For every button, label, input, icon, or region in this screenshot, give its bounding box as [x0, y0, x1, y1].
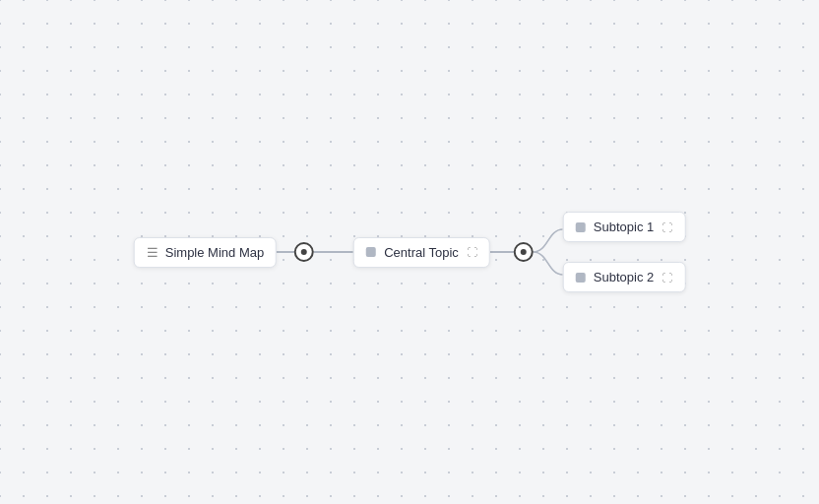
subtopic1-expand-icon[interactable]: ⛶: [662, 221, 672, 233]
root-label: Simple Mind Map: [165, 245, 264, 260]
connector-dot: [301, 249, 307, 255]
subtopic2-expand-icon[interactable]: ⛶: [662, 272, 672, 284]
central-label: Central Topic: [384, 245, 459, 260]
line-connector-to-central: [314, 251, 353, 253]
root-node[interactable]: ☰ Simple Mind Map: [134, 237, 277, 268]
subtopic-node-2[interactable]: Subtopic 2 ⛶: [563, 262, 685, 292]
subtopic-row-1: Subtopic 1 ⛶: [563, 212, 685, 242]
subtopic2-label: Subtopic 2: [594, 270, 654, 284]
subtopic-row-2: Subtopic 2 ⛶: [563, 262, 685, 292]
central-node[interactable]: Central Topic ⛶: [353, 237, 490, 268]
mindmap-container: ☰ Simple Mind Map Central Topic ⛶: [134, 208, 686, 296]
branch-connector-dot: [521, 249, 527, 255]
subtopics-list: Subtopic 1 ⛶ Subtopic 2 ⛶: [563, 212, 685, 292]
subtopic1-label: Subtopic 1: [594, 220, 654, 234]
branch-connector-circle[interactable]: [514, 242, 534, 262]
mindmap-canvas: ☰ Simple Mind Map Central Topic ⛶: [0, 0, 819, 504]
subtopic2-square-icon: [576, 273, 586, 283]
line-root-to-connector: [277, 251, 294, 253]
subtopic-node-1[interactable]: Subtopic 1 ⛶: [563, 212, 685, 242]
branch-area: Subtopic 1 ⛶ Subtopic 2 ⛶: [534, 208, 685, 296]
central-expand-icon[interactable]: ⛶: [467, 246, 477, 258]
branch-lines-svg: [534, 208, 563, 296]
root-connector-circle[interactable]: [294, 242, 314, 262]
line-central-to-branch: [490, 251, 514, 253]
subtopic1-square-icon: [576, 222, 586, 232]
list-icon: ☰: [147, 245, 158, 260]
central-square-icon: [366, 247, 376, 257]
